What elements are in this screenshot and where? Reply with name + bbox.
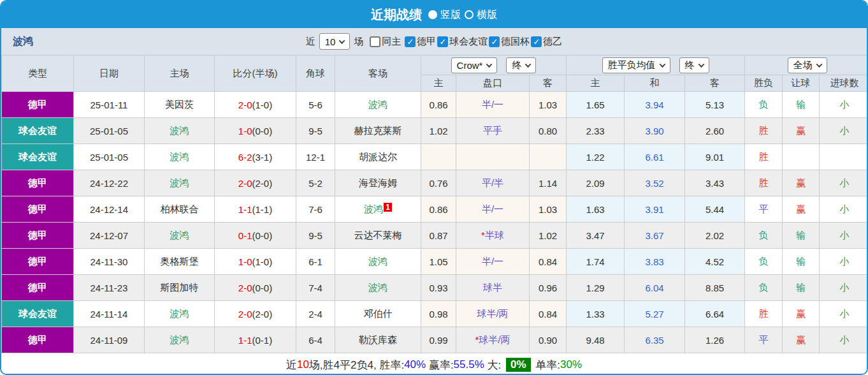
result-cell: 平 bbox=[745, 327, 783, 353]
handicap-cell: 半/一 bbox=[456, 196, 530, 223]
odds-home-cell: 0.87 bbox=[421, 223, 456, 249]
handicap-cell bbox=[456, 144, 530, 170]
date-cell: 24-11-30 bbox=[74, 249, 145, 275]
league-checkbox[interactable]: ✓ bbox=[437, 36, 448, 47]
mean-home-cell: 1.65 bbox=[567, 92, 625, 118]
fulltime-score: 0-1 bbox=[238, 230, 252, 241]
goals-cell: 小 bbox=[820, 223, 868, 249]
league-checkbox[interactable]: ✓ bbox=[405, 36, 416, 47]
odds-home-cell: 0.99 bbox=[421, 327, 456, 353]
radio-vertical-layout[interactable]: 竖版 bbox=[428, 8, 461, 22]
mean-time-select[interactable]: 终 bbox=[679, 57, 709, 73]
league-type-cell: 德甲 bbox=[2, 196, 74, 223]
same-home-filter: 同主 bbox=[370, 36, 401, 48]
summary-segment: 30% bbox=[560, 358, 582, 371]
league-type-cell: 德甲 bbox=[2, 275, 74, 301]
same-home-checkbox[interactable] bbox=[370, 36, 380, 47]
mean-type-select[interactable]: 胜平负均值 bbox=[602, 57, 670, 73]
period-select[interactable]: 全场 bbox=[788, 57, 827, 73]
chevron-down-icon bbox=[659, 61, 665, 68]
handicap-result-cell: 输 bbox=[783, 249, 820, 275]
away-team-cell: 波鸿 bbox=[335, 275, 421, 301]
handicap-result-cell: 赢 bbox=[783, 327, 820, 353]
halftime-score: (1-1) bbox=[252, 204, 273, 215]
corner-cell: 12-1 bbox=[296, 144, 335, 170]
handicap-result-cell: 输 bbox=[783, 275, 820, 301]
team-name: 波鸿 bbox=[13, 35, 33, 48]
home-team-cell: 波鸿 bbox=[145, 223, 215, 249]
odds-home-cell: 0.93 bbox=[421, 275, 456, 301]
summary-footer: 近10场,胜4平2负4, 胜率:40% 赢率:55.5% 大: 0% 单率:30… bbox=[1, 353, 867, 375]
radio-unselected-icon[interactable] bbox=[465, 10, 474, 19]
league-checkbox-label: 德国杯 bbox=[501, 36, 530, 48]
result-cell: 负 bbox=[745, 223, 783, 249]
date-cell: 25-01-05 bbox=[74, 144, 145, 170]
group-header-row: 类型 日期 主场 比分(半场) 角球 客场 Crow* 终 bbox=[2, 55, 868, 75]
league-type-cell: 德甲 bbox=[2, 170, 74, 196]
score-cell: 1-0(1-0) bbox=[215, 249, 296, 275]
radio-selected-icon[interactable] bbox=[428, 10, 437, 19]
date-cell: 24-12-07 bbox=[74, 223, 145, 249]
mean-draw-cell: 6.35 bbox=[625, 327, 685, 353]
handicap-result-cell: 赢 bbox=[783, 118, 820, 144]
league-filter: ✓德乙 bbox=[531, 36, 562, 48]
home-team-cell: 美因茨 bbox=[145, 92, 215, 118]
fulltime-score: 1-1 bbox=[238, 204, 252, 215]
mean-away-cell: 5.13 bbox=[685, 92, 745, 118]
odds-away-cell: 0.84 bbox=[530, 301, 567, 327]
away-team-cell: 胡派达尔 bbox=[335, 144, 421, 170]
goals-cell bbox=[820, 144, 868, 170]
away-team-name: 胡派达尔 bbox=[359, 151, 397, 162]
league-checkbox-list: ✓德甲✓球会友谊✓德国杯✓德乙 bbox=[405, 36, 562, 48]
away-team-name: 赫拉克莱斯 bbox=[354, 125, 402, 136]
league-checkbox[interactable]: ✓ bbox=[531, 36, 542, 47]
goals-cell: 小 bbox=[820, 249, 868, 275]
corner-cell: 6-4 bbox=[296, 327, 335, 353]
handicap-value: 平/半 bbox=[482, 177, 503, 188]
league-type-cell: 球会友谊 bbox=[2, 144, 74, 170]
result-cell: 胜 bbox=[745, 170, 783, 196]
league-checkbox[interactable]: ✓ bbox=[489, 36, 500, 47]
match-count-select[interactable]: 10 bbox=[319, 33, 351, 50]
col-header-odds-away: 客 bbox=[530, 75, 567, 92]
handicap-cell: 半/一 bbox=[456, 249, 530, 275]
home-team-cell: 柏林联合 bbox=[145, 196, 215, 223]
match-row: 德甲24-11-30奥格斯堡1-0(1-0)6-1波鸿1.05半/一0.841.… bbox=[2, 249, 868, 275]
away-team-cell: 波鸿 bbox=[335, 249, 421, 275]
summary-segment: 10 bbox=[297, 358, 309, 371]
date-cell: 25-01-11 bbox=[74, 92, 145, 118]
score-cell: 0-1(0-0) bbox=[215, 223, 296, 249]
bookmaker-select-value: Crow* bbox=[457, 60, 483, 71]
col-header-odds-home: 主 bbox=[421, 75, 456, 92]
league-checkbox-label: 德乙 bbox=[543, 36, 562, 48]
radio-horizontal-label: 横版 bbox=[477, 8, 497, 22]
odds-away-cell: 0.80 bbox=[530, 118, 567, 144]
col-header-mean-home: 主 bbox=[567, 75, 625, 92]
halftime-score: (3-1) bbox=[252, 152, 273, 163]
handicap-value: 球半 bbox=[483, 282, 502, 293]
handicap-value: 半/一 bbox=[482, 256, 503, 267]
date-cell: 25-01-05 bbox=[74, 118, 145, 144]
result-cell: 胜 bbox=[745, 144, 783, 170]
match-row: 德甲24-11-09波鸿1-1(0-1)6-4勒沃库森0.99*球半/两0.90… bbox=[2, 327, 868, 353]
score-cell: 2-0(2-0) bbox=[215, 301, 296, 327]
corner-cell: 7-6 bbox=[296, 196, 335, 223]
mean-home-cell: 1.22 bbox=[567, 144, 625, 170]
away-team-cell: 邓伯什 bbox=[335, 301, 421, 327]
home-team-cell: 波鸿 bbox=[145, 118, 215, 144]
odds-away-cell: 1.03 bbox=[530, 196, 567, 223]
halftime-score: (2-0) bbox=[252, 309, 273, 320]
radio-horizontal-layout[interactable]: 横版 bbox=[465, 8, 497, 22]
mean-type-select-value: 胜平负均值 bbox=[608, 59, 656, 71]
away-team-name: 勒沃库森 bbox=[359, 334, 397, 345]
summary-segment: 场,胜4平2负4, 胜率: bbox=[309, 358, 404, 372]
handicap-result-cell: 赢 bbox=[783, 196, 820, 223]
score-cell: 2-0(1-0) bbox=[215, 92, 296, 118]
mean-home-cell: 2.33 bbox=[567, 118, 625, 144]
bookmaker-select[interactable]: Crow* bbox=[451, 57, 498, 73]
col-header-type: 类型 bbox=[2, 55, 74, 92]
odds-home-cell: 0.86 bbox=[421, 92, 456, 118]
league-type-cell: 球会友谊 bbox=[2, 301, 74, 327]
away-team-name: 波鸿 bbox=[368, 99, 387, 110]
odds-time-select[interactable]: 终 bbox=[506, 57, 536, 73]
